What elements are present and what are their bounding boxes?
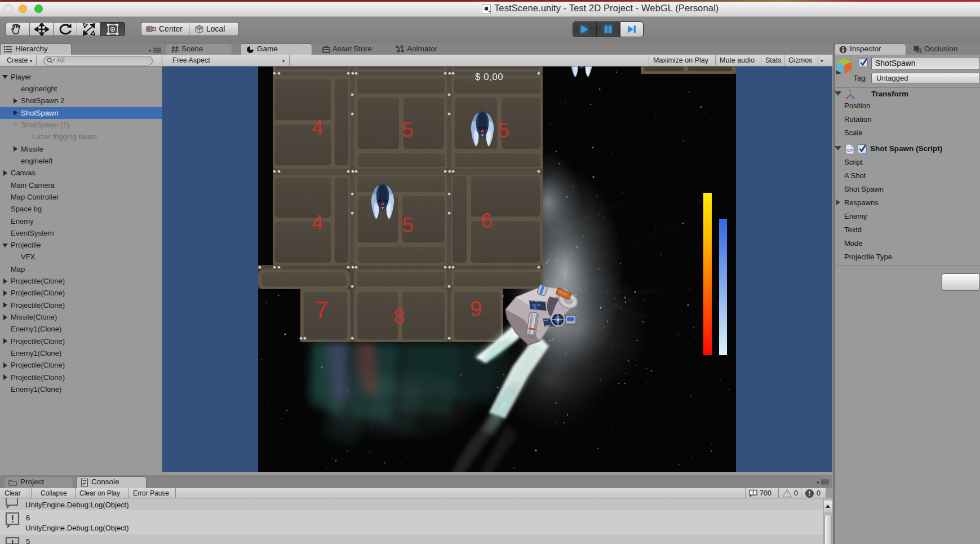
- svg-text:5: 5: [402, 214, 414, 237]
- svg-text:4: 4: [312, 211, 324, 234]
- svg-text:5: 5: [402, 118, 414, 141]
- svg-text:$ 0,00: $ 0,00: [475, 72, 503, 82]
- svg-text:7: 7: [315, 297, 328, 323]
- svg-text:8: 8: [394, 305, 405, 328]
- svg-text:5: 5: [498, 119, 510, 142]
- svg-text:6: 6: [481, 209, 493, 232]
- svg-text:C#: C#: [847, 148, 853, 153]
- svg-text:4: 4: [312, 116, 324, 139]
- svg-text:9: 9: [470, 297, 482, 321]
